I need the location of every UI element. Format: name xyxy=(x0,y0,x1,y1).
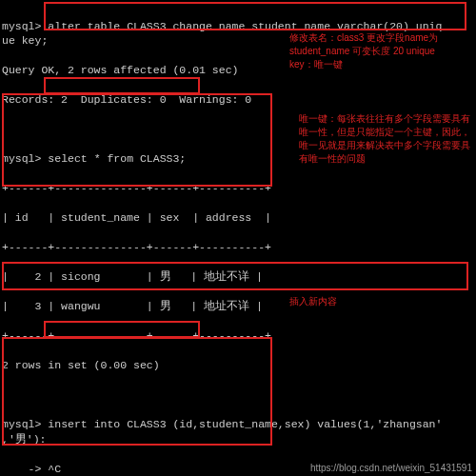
annotation-alter: 修改表名：class3 更改字段name为 student_name 可变长度 … xyxy=(289,31,461,71)
sql-select-1: select * from CLASS3; xyxy=(48,152,186,165)
table-border: +------+--------------+------+----------… xyxy=(2,181,474,196)
mysql-prompt[interactable]: mysql> xyxy=(2,418,41,430)
watermark-text: https://blog.csdn.net/weixin_51431591 xyxy=(310,462,472,475)
mysql-prompt[interactable]: mysql> xyxy=(2,152,41,165)
annotation-unique: 唯一键：每张表往往有多个字段需要具有唯一性，但是只能指定一个主键，因此，唯一见就… xyxy=(299,112,470,166)
terminal-output: mysql> alter table CLASS3 change name st… xyxy=(0,0,476,476)
table-border: +------+--------------+------+----------… xyxy=(2,328,474,344)
mysql-prompt[interactable]: mysql> xyxy=(2,20,41,32)
rows-count: 2 rows in set (0.00 sec) xyxy=(2,358,474,373)
sql-insert-bad: insert into CLASS3 (id,student_name,sex)… xyxy=(2,418,442,446)
alter-result-2: Records: 2 Duplicates: 0 Warnings: 0 xyxy=(2,92,474,108)
table-border: +------+--------------+------+----------… xyxy=(2,240,474,255)
annotation-insert: 插入新内容 xyxy=(289,295,404,308)
table-header: | id | student_name | sex | address | xyxy=(2,210,474,226)
table-row: | 2 | sicong | 男 | 地址不详 | xyxy=(2,269,474,285)
